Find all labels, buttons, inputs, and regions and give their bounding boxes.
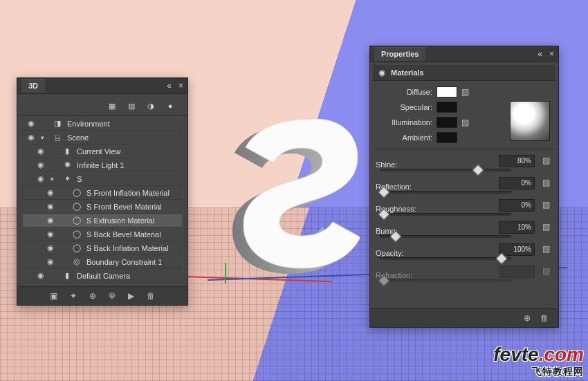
slider-track[interactable] (380, 257, 511, 260)
axis-y[interactable] (225, 263, 226, 284)
slider-label: Opacity: (376, 249, 432, 257)
tree-item-scene[interactable]: ◉▾⌸Scene (23, 130, 182, 144)
material-preview[interactable] (510, 101, 550, 141)
env-icon: ◨ (52, 119, 63, 128)
tree-item-label: Scene (67, 133, 89, 142)
tree-item-s-extrusion-material[interactable]: ◉◯S Extrusion Material (23, 213, 182, 227)
panel-properties-bottombar: ⊕ 🗑 (370, 308, 558, 327)
panel-properties: Properties « × ◉ Materials Diffuse:▧Spec… (369, 46, 559, 328)
camera-icon: ▮ (62, 147, 73, 156)
visibility-toggle[interactable]: ◉ (26, 133, 37, 142)
render-icon[interactable]: ▶ (128, 291, 134, 301)
color-swatch[interactable] (437, 132, 457, 143)
tree-item-boundary-constraint-1[interactable]: ◉◎Boundary Constraint 1 (23, 254, 182, 268)
tree-item-s-back-inflation-material[interactable]: ◉◯S Back Inflation Material (23, 241, 182, 254)
texture-folder-icon[interactable]: ▧ (461, 87, 469, 97)
visibility-toggle[interactable]: ◉ (45, 202, 56, 211)
canvas-stage: 3D « × ▦ ▥ ◑ ● ◉◨Environment◉▾⌸Scene◉▮Cu… (0, 0, 588, 381)
add-object-icon[interactable]: ⊕ (89, 291, 96, 301)
slider-value-input[interactable]: 0% (499, 177, 535, 189)
slider-value-input[interactable]: 10% (499, 221, 535, 234)
color-swatch[interactable] (437, 102, 457, 113)
trash-icon[interactable]: 🗑 (540, 313, 549, 323)
slider-label: Shine: (376, 160, 432, 169)
tree-item-label: Default Camera (77, 272, 130, 280)
panel-collapse-icon[interactable]: « (167, 81, 172, 91)
color-swatch[interactable] (437, 86, 457, 97)
slider-value-input[interactable]: 80% (499, 155, 535, 167)
disclosure-icon[interactable]: ▾ (41, 134, 48, 141)
panel-collapse-icon[interactable]: « (538, 49, 542, 59)
tree-item-label: Environment (67, 120, 110, 128)
tab-properties[interactable]: Properties (374, 47, 425, 61)
visibility-toggle[interactable]: ◉ (26, 119, 37, 128)
slider-value-input[interactable]: 100% (499, 243, 535, 256)
tree-item-infinite-light-1[interactable]: ◉✺Infinite Light 1 (23, 158, 182, 171)
tree-item-current-view[interactable]: ◉▮Current View (23, 144, 182, 158)
visibility-toggle[interactable]: ◉ (35, 271, 46, 280)
new-light-icon[interactable]: ✦ (70, 291, 77, 301)
new-material-icon[interactable]: ⊕ (524, 313, 531, 323)
material-icon: ◯ (71, 202, 82, 211)
tree-item-environment[interactable]: ◉◨Environment (23, 117, 182, 130)
panel-close-icon[interactable]: × (178, 81, 183, 91)
material-icon: ◯ (71, 243, 82, 252)
tree-item-label: S (77, 175, 82, 183)
slider-value-input[interactable]: 0% (499, 199, 535, 212)
tree-item-default-camera[interactable]: ◉▮Default Camera (23, 268, 182, 282)
tree-item-s-front-inflation-material[interactable]: ◉◯S Front Inflation Material (23, 185, 182, 199)
slider-track[interactable] (380, 213, 511, 216)
texture-folder-icon[interactable]: ▧ (461, 118, 469, 127)
texture-folder-icon[interactable]: ▧ (542, 222, 550, 232)
visibility-toggle[interactable]: ◉ (35, 174, 46, 183)
slider-row-opacity: Opacity:100%▧ (376, 242, 553, 264)
material-icon: ◯ (71, 216, 82, 225)
panel-close-icon[interactable]: × (549, 49, 554, 59)
texture-folder-icon[interactable]: ▧ (542, 200, 550, 210)
filter-material-icon[interactable]: ◑ (146, 101, 156, 111)
filter-light-icon[interactable]: ● (165, 101, 175, 111)
visibility-toggle[interactable]: ◉ (45, 243, 56, 252)
visibility-toggle[interactable]: ◉ (35, 160, 46, 169)
tree-item-s-back-bevel-material[interactable]: ◉◯S Back Bevel Material (23, 227, 182, 241)
texture-folder-icon[interactable]: ▧ (542, 244, 550, 254)
visibility-toggle[interactable]: ◉ (45, 216, 56, 225)
visibility-toggle[interactable]: ◉ (45, 188, 56, 197)
tab-3d[interactable]: 3D (21, 79, 45, 93)
trash-icon[interactable]: 🗑 (147, 291, 155, 301)
slider-value-input[interactable] (499, 266, 535, 278)
tree-item-label: S Front Inflation Material (86, 189, 169, 197)
bake-icon[interactable]: ⟱ (109, 291, 116, 301)
texture-folder-icon[interactable]: ▧ (542, 266, 550, 276)
texture-folder-icon[interactable]: ▧ (542, 156, 550, 165)
filter-scene-icon[interactable]: ▦ (107, 101, 117, 111)
visibility-toggle[interactable]: ◉ (45, 257, 56, 266)
scene-tree: ◉◨Environment◉▾⌸Scene◉▮Current View◉✺Inf… (23, 117, 182, 282)
slider-label: Bump: (376, 227, 432, 235)
slider-row-bump: Bump:10%▧ (376, 220, 553, 242)
watermark: fevte.com 飞特教程网 (493, 344, 584, 378)
tree-item-label: S Back Inflation Material (86, 244, 169, 252)
slider-knob[interactable] (472, 165, 484, 176)
visibility-toggle[interactable]: ◉ (45, 230, 56, 239)
disclosure-icon[interactable]: ▾ (50, 176, 57, 183)
properties-section-header: ◉ Materials (373, 65, 555, 81)
material-icon: ◯ (71, 188, 82, 197)
tree-item-s[interactable]: ◉▾✦S (23, 171, 182, 185)
tree-item-label: Infinite Light 1 (77, 161, 125, 169)
divider (17, 115, 187, 115)
slider-row-refraction: Refraction:▧ (376, 264, 553, 286)
panel-properties-tabbar: Properties « × (370, 46, 558, 62)
color-swatch[interactable] (437, 117, 457, 128)
tree-item-s-front-bevel-material[interactable]: ◉◯S Front Bevel Material (23, 199, 182, 213)
tree-item-label: S Front Bevel Material (86, 203, 162, 211)
visibility-toggle[interactable]: ◉ (35, 147, 46, 156)
new-layer-icon[interactable]: ▣ (50, 291, 57, 301)
filter-mesh-icon[interactable]: ▥ (127, 101, 136, 111)
slider-track[interactable] (380, 169, 511, 171)
tree-item-label: S Extrusion Material (86, 216, 154, 225)
slider-track[interactable] (380, 191, 511, 194)
texture-folder-icon[interactable]: ▧ (542, 178, 550, 187)
slider-track[interactable] (380, 279, 511, 282)
material-icon: ◯ (71, 230, 82, 239)
